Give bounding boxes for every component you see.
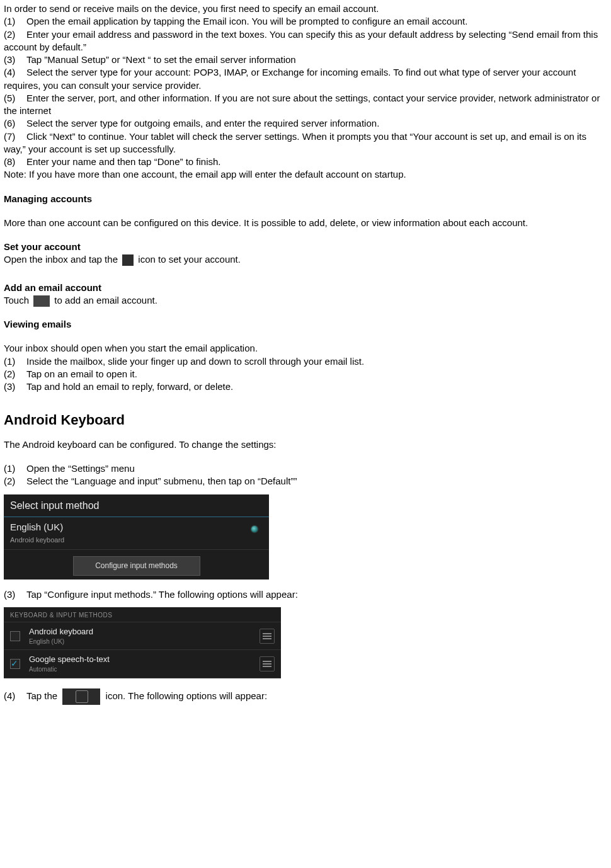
view-step-1: (1)Inside the mailbox, slide your finger…	[4, 355, 607, 368]
set-account-title: Set your account	[4, 241, 607, 253]
dialog-title: Select input method	[4, 494, 269, 518]
input-method-option-sub: Android keyboard	[4, 535, 269, 551]
add-account-line: Touch to add an email account.	[4, 294, 607, 307]
configure-input-methods-button[interactable]: Configure input methods	[73, 556, 200, 575]
android-keyboard-row[interactable]: Android keyboard English (UK)	[4, 622, 281, 650]
section-header: KEYBOARD & INPUT METHODS	[4, 607, 281, 623]
email-step-8: (8)Enter your name and then tap “Done” t…	[4, 156, 607, 168]
row-sub: Automatic	[29, 665, 254, 674]
sliders-icon[interactable]	[260, 629, 275, 644]
select-input-method-screenshot: Select input method English (UK) Android…	[4, 494, 269, 580]
keyboard-intro: The Android keyboard can be configured. …	[4, 438, 607, 451]
email-intro: In order to send or receive mails on the…	[4, 3, 607, 15]
set-account-line: Open the inbox and tap the icon to set y…	[4, 253, 607, 266]
keyboard-input-methods-screenshot: KEYBOARD & INPUT METHODS Android keyboar…	[4, 607, 281, 678]
checkbox-checked-icon[interactable]	[10, 659, 20, 669]
input-method-option[interactable]: English (UK)	[4, 517, 269, 535]
viewing-emails-intro: Your inbox should open when you start th…	[4, 342, 607, 355]
view-step-2: (2)Tap on an email to open it.	[4, 368, 607, 380]
email-step-4: (4)Select the server type for your accou…	[4, 66, 607, 92]
row-title: Android keyboard	[29, 626, 254, 637]
email-note: Note: If you have more than one account,…	[4, 168, 607, 181]
managing-accounts-body: More than one account can be configured …	[4, 217, 607, 229]
email-step-1: (1)Open the email application by tapping…	[4, 15, 607, 28]
row-title: Google speech-to-text	[29, 654, 254, 665]
kb-step-1: (1)Open the “Settings” menu	[4, 462, 607, 475]
row-sub: English (UK)	[29, 637, 254, 646]
settings-icon	[122, 254, 134, 266]
email-step-7: (7)Click “Next” to continue. Your tablet…	[4, 130, 607, 156]
google-speech-row[interactable]: Google speech-to-text Automatic	[4, 650, 281, 678]
email-step-5: (5)Enter the server, port, and other inf…	[4, 92, 607, 118]
kb-step-4: (4)Tap the icon. The following options w…	[4, 688, 607, 705]
email-step-2: (2)Enter your email address and password…	[4, 28, 607, 54]
add-account-title: Add an email account	[4, 282, 607, 294]
email-step-3: (3)Tap ”Manual Setup” or “Next “ to set …	[4, 54, 607, 66]
kb-step-2: (2)Select the “Language and input” subme…	[4, 475, 607, 488]
managing-accounts-title: Managing accounts	[4, 193, 607, 205]
add-account-icon	[33, 295, 50, 307]
kb-step-3: (3)Tap “Configure input methods.” The fo…	[4, 588, 607, 601]
android-keyboard-heading: Android Keyboard	[4, 411, 607, 430]
viewing-emails-title: Viewing emails	[4, 318, 607, 331]
sliders-icon	[62, 688, 100, 705]
sliders-icon[interactable]	[260, 656, 275, 671]
email-step-6: (6)Select the server type for outgoing e…	[4, 117, 607, 130]
view-step-3: (3)Tap and hold an email to reply, forwa…	[4, 380, 607, 393]
radio-selected-icon	[251, 526, 258, 532]
checkbox-icon[interactable]	[10, 631, 20, 641]
